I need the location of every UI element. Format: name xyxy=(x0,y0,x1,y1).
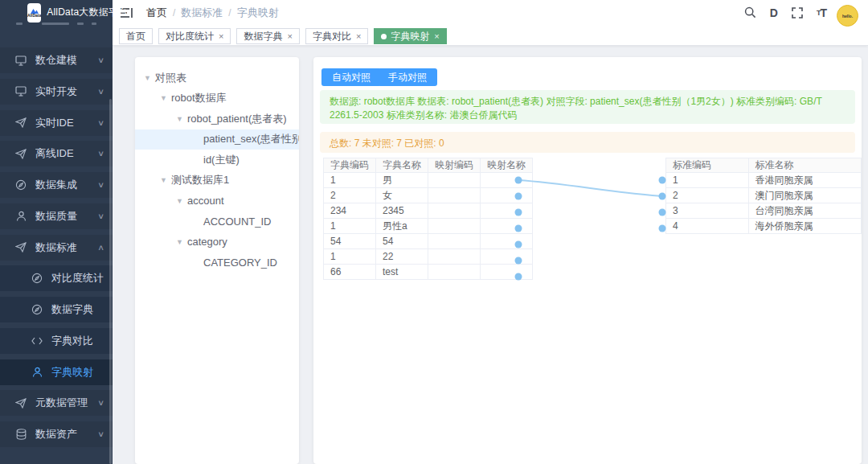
tab-字典映射[interactable]: 字典映射× xyxy=(374,28,446,44)
table-cell xyxy=(481,249,533,265)
table-cell: 4 xyxy=(666,219,749,234)
caret-down-icon[interactable]: ▼ xyxy=(176,115,187,123)
sidebar-item-数据集成[interactable]: 数据集成∨ xyxy=(0,172,113,198)
fullscreen-icon[interactable] xyxy=(792,7,803,18)
tree-node-robot_patient(患者表)[interactable]: ▼robot_patient(患者表) xyxy=(135,109,299,129)
tree-node-label: category xyxy=(187,236,227,248)
caret-down-icon[interactable]: ▼ xyxy=(160,94,171,102)
breadcrumb-section[interactable]: 数据标准 xyxy=(181,6,223,20)
dict-table-row[interactable]: 1男性a xyxy=(324,219,533,234)
table-cell: 1 xyxy=(324,249,376,265)
sidebar-item-字典映射[interactable]: 字典映射 xyxy=(0,359,113,385)
tree-node-ACCOUNT_ID[interactable]: ACCOUNT_ID xyxy=(135,211,299,232)
table-cell: 2345 xyxy=(376,203,428,219)
avatar[interactable]: hello. xyxy=(837,5,858,27)
sidebar-item-label: 数据标准 xyxy=(35,240,97,255)
chevron-down-icon: ∨ xyxy=(97,399,104,408)
caret-down-icon[interactable]: ▼ xyxy=(160,176,171,184)
tree-node-account[interactable]: ▼account xyxy=(135,191,299,211)
sidebar-item-实时IDE[interactable]: 实时IDE∨ xyxy=(0,110,113,136)
dict-table-row[interactable]: 5454 xyxy=(324,234,533,249)
chevron-down-icon: ∨ xyxy=(97,87,104,96)
search-icon[interactable] xyxy=(744,6,756,18)
sidebar-item-数据标准[interactable]: 数据标准∧ xyxy=(0,235,113,261)
close-tab-icon[interactable]: × xyxy=(434,31,439,41)
sidebar-item-label: 数据集成 xyxy=(35,178,97,192)
docs-icon[interactable]: D xyxy=(770,6,778,19)
close-tab-icon[interactable]: × xyxy=(219,31,223,41)
tab-数据字典[interactable]: 数据字典× xyxy=(236,28,299,44)
standard-table-row[interactable]: 4海外侨胞亲属 xyxy=(666,219,862,234)
tree-node-patient_sex(患者性别（1男2女）)[interactable]: patient_sex(患者性别（1男2女）) xyxy=(135,129,299,150)
caret-down-icon[interactable]: ▼ xyxy=(176,197,187,205)
table-cell: 22 xyxy=(376,249,428,265)
tab-对比度统计[interactable]: 对比度统计× xyxy=(158,28,231,44)
chevron-up-icon: ∧ xyxy=(97,243,104,252)
tab-label: 字典对比 xyxy=(313,30,351,43)
logo-mini-text: AllData xyxy=(27,14,41,18)
standard-table-row[interactable]: 2澳门同胞亲属 xyxy=(666,188,862,203)
dict-table-row[interactable]: 1男 xyxy=(324,173,533,188)
table-cell xyxy=(428,173,481,188)
active-tab-dot xyxy=(381,34,387,39)
tree-node-robot数据库[interactable]: ▼robot数据库 xyxy=(135,88,299,109)
table-cell xyxy=(428,249,481,265)
sidebar-item-数据资产[interactable]: 数据资产∨ xyxy=(0,421,113,447)
tree-node-id(主键)[interactable]: id(主键) xyxy=(135,150,299,170)
sidebar-item-label: 字典映射 xyxy=(51,365,104,380)
tags-view-bar: 首页对比度统计×数据字典×字典对比×字典映射× xyxy=(113,25,868,46)
code-icon xyxy=(31,335,43,347)
tab-label: 对比度统计 xyxy=(166,30,214,43)
tab-字典对比[interactable]: 字典对比× xyxy=(305,28,368,44)
dict-table-row[interactable]: 2342345 xyxy=(324,203,533,219)
sidebar-item-label: 数据资产 xyxy=(35,427,97,441)
close-tab-icon[interactable]: × xyxy=(287,31,292,41)
font-size-icon[interactable]: TT xyxy=(817,6,826,19)
tree-node-label: robot数据库 xyxy=(171,91,227,105)
tree-node-测试数据库1[interactable]: ▼测试数据库1 xyxy=(135,170,299,191)
sidebar-item-对比度统计[interactable]: 对比度统计 xyxy=(0,265,113,291)
sidebar-scrollbar[interactable] xyxy=(109,99,112,464)
column-header: 字典名称 xyxy=(376,158,428,173)
table-cell: 54 xyxy=(324,234,376,249)
breadcrumb-home[interactable]: 首页 xyxy=(146,6,167,20)
partially-visible-menu-item[interactable] xyxy=(0,19,113,28)
top-header: 首页 / 数据标准 / 字典映射 D TT xyxy=(113,0,868,25)
dictionary-table: 字典编码字典名称映射编码映射名称1男2女23423451男性a545412266… xyxy=(323,158,533,280)
dict-table-row[interactable]: 66test xyxy=(324,265,533,280)
datasource-info-alert: 数据源: robot数据库 数据表: robot_patient(患者表) 对照… xyxy=(320,90,855,124)
sidebar-item-label: 数仓建模 xyxy=(35,53,97,68)
sidebar-item-离线IDE[interactable]: 离线IDE∨ xyxy=(0,141,113,166)
sidebar-menu: 数仓建模∨实时开发∨实时IDE∨离线IDE∨数据集成∨数据质量∨数据标准∧对比度… xyxy=(0,47,113,453)
sidebar-item-元数据管理[interactable]: 元数据管理∨ xyxy=(0,390,113,416)
sidebar-item-数据字典[interactable]: 数据字典 xyxy=(0,297,113,322)
standard-table-row[interactable]: 1香港同胞亲属 xyxy=(666,173,862,188)
dict-table-row[interactable]: 2女 xyxy=(324,188,533,203)
table-cell: 1 xyxy=(324,219,376,234)
tree-node-对照表[interactable]: ▼对照表 xyxy=(135,68,299,88)
caret-down-icon[interactable]: ▼ xyxy=(144,74,155,82)
auto-compare-button[interactable]: 自动对照 xyxy=(321,68,381,86)
chevron-down-icon: ∨ xyxy=(97,150,104,158)
table-cell: test xyxy=(376,265,428,280)
compass-icon xyxy=(31,272,43,285)
user-icon xyxy=(31,366,43,379)
dict-table-row[interactable]: 122 xyxy=(324,249,533,265)
column-header: 字典编码 xyxy=(324,158,376,173)
sidebar-item-数仓建模[interactable]: 数仓建模∨ xyxy=(0,47,113,73)
close-tab-icon[interactable]: × xyxy=(356,31,361,41)
table-cell xyxy=(481,173,533,188)
standard-table-row[interactable]: 3台湾同胞亲属 xyxy=(666,203,862,219)
caret-down-icon[interactable]: ▼ xyxy=(176,238,187,246)
tree-node-CATEGORY_ID[interactable]: CATEGORY_ID xyxy=(135,253,299,273)
tree-node-category[interactable]: ▼category xyxy=(135,232,299,253)
sidebar-item-字典对比[interactable]: 字典对比 xyxy=(0,328,113,354)
manual-compare-button[interactable]: 手动对照 xyxy=(378,68,437,86)
mapping-connection-line xyxy=(518,180,662,196)
sidebar-item-数据质量[interactable]: 数据质量∨ xyxy=(0,203,113,229)
tab-label: 数据字典 xyxy=(244,30,282,43)
tab-首页[interactable]: 首页 xyxy=(119,28,153,44)
standard-table: 标准编码标准名称1香港同胞亲属2澳门同胞亲属3台湾同胞亲属4海外侨胞亲属 xyxy=(665,158,862,234)
tree-node-label: patient_sex(患者性别（1男2女）) xyxy=(203,132,299,146)
sidebar-item-实时开发[interactable]: 实时开发∨ xyxy=(0,79,113,105)
